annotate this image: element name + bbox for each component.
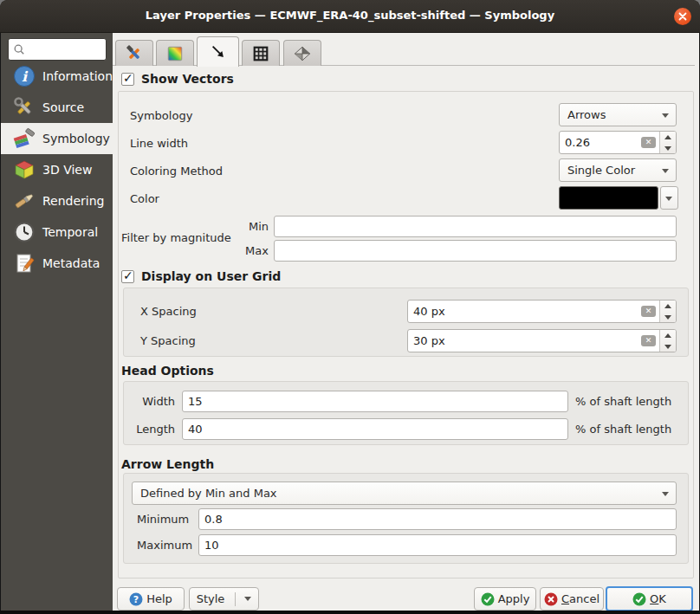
clear-icon[interactable] xyxy=(641,335,656,346)
svg-text:?: ? xyxy=(133,594,139,605)
min-label: Min xyxy=(234,220,269,233)
cancel-button-label: Cancel xyxy=(561,592,600,605)
style-button-separator xyxy=(235,592,236,606)
mesh-frame-icon xyxy=(252,45,269,62)
sidebar-search-input[interactable] xyxy=(25,43,94,55)
ok-button[interactable]: OK xyxy=(606,586,693,611)
filter-by-magnitude-label: Filter by magnitude xyxy=(121,231,231,244)
arrow-length-method-value: Defined by Min and Max xyxy=(140,487,277,500)
style-button-label: Style xyxy=(197,592,225,605)
arrow-min-input[interactable] xyxy=(198,508,677,530)
color-swatch[interactable] xyxy=(559,186,658,210)
tab-general-settings[interactable] xyxy=(115,40,153,66)
cancel-button[interactable]: Cancel xyxy=(540,587,604,611)
spin-up-icon[interactable] xyxy=(660,301,676,312)
spin-up-icon[interactable] xyxy=(660,132,676,143)
symbology-dropdown[interactable]: Arrows xyxy=(559,103,677,126)
head-length-label: Length xyxy=(130,423,175,436)
source-icon xyxy=(13,96,36,119)
color-widget xyxy=(559,186,678,210)
head-options-title: Head Options xyxy=(121,364,214,378)
y-spacing-input[interactable] xyxy=(408,330,641,352)
rendering-icon xyxy=(13,190,36,212)
sidebar-item-label: Temporal xyxy=(42,225,98,239)
chevron-down-icon xyxy=(244,597,251,601)
coloring-method-dropdown[interactable]: Single Color xyxy=(559,158,677,182)
head-length-input[interactable] xyxy=(182,418,568,440)
info-icon: i xyxy=(13,65,36,87)
arrow-length-title: Arrow Length xyxy=(121,457,214,471)
sidebar-item-temporal[interactable]: Temporal xyxy=(1,217,113,248)
vectors-icon xyxy=(210,43,227,61)
clear-icon[interactable] xyxy=(641,306,656,317)
help-button[interactable]: ? Help xyxy=(117,587,185,611)
tab-contours[interactable] xyxy=(156,40,194,66)
chevron-down-icon xyxy=(662,113,669,118)
user-grid-label: Display on User Grid xyxy=(141,269,281,283)
chevron-down-icon xyxy=(662,169,669,173)
help-icon: ? xyxy=(129,592,143,606)
averaging-icon xyxy=(294,45,311,62)
tab-averaging[interactable] xyxy=(283,40,321,66)
close-icon xyxy=(678,12,687,21)
sidebar-item-symbology[interactable]: Symbology xyxy=(1,123,113,154)
ok-check-icon xyxy=(632,592,646,606)
sidebar: i Information Source Symbology xyxy=(1,33,113,611)
user-grid-checkbox[interactable] xyxy=(121,270,134,283)
symbology-label: Symbology xyxy=(130,109,192,122)
tab-mesh-frame[interactable] xyxy=(242,40,280,66)
sidebar-item-rendering[interactable]: Rendering xyxy=(1,185,113,217)
x-spacing-spinner xyxy=(659,301,676,322)
tab-vectors[interactable] xyxy=(197,36,239,67)
metadata-icon xyxy=(13,252,36,275)
spin-down-icon[interactable] xyxy=(660,143,676,154)
window-bottom-border xyxy=(0,611,700,614)
arrow-length-method-dropdown[interactable]: Defined by Min and Max xyxy=(132,482,677,505)
apply-button[interactable]: Apply xyxy=(474,587,536,611)
sidebar-item-metadata[interactable]: Metadata xyxy=(1,248,113,279)
titlebar: Layer Properties — ECMWF_ERA-40_subset-s… xyxy=(0,0,700,33)
x-spacing-label: X Spacing xyxy=(140,305,197,318)
y-spacing-spinner xyxy=(659,330,676,352)
color-dropdown-button[interactable] xyxy=(660,186,678,210)
spin-down-icon[interactable] xyxy=(660,312,676,323)
arrow-max-input[interactable] xyxy=(198,534,677,556)
sidebar-item-3d-view[interactable]: 3D View xyxy=(1,154,113,185)
y-spacing-label: Y Spacing xyxy=(140,334,196,347)
arrow-min-label: Minimum xyxy=(137,513,189,526)
show-vectors-checkbox[interactable] xyxy=(121,73,134,86)
sidebar-item-label: Metadata xyxy=(42,256,100,270)
ok-button-label: OK xyxy=(650,592,666,605)
filter-min-input[interactable] xyxy=(274,216,677,237)
y-spacing-spinbox xyxy=(407,329,677,352)
head-width-suffix: % of shaft length xyxy=(575,395,671,408)
sidebar-item-source[interactable]: Source xyxy=(1,92,113,123)
line-width-spinbox xyxy=(559,131,677,154)
symbology-value: Arrows xyxy=(567,108,606,121)
arrow-max-label: Maximum xyxy=(137,539,192,552)
x-spacing-spinbox xyxy=(407,300,677,323)
line-width-input[interactable] xyxy=(560,132,641,153)
temporal-icon xyxy=(13,221,36,243)
line-width-spinner xyxy=(659,132,676,153)
style-button[interactable]: Style xyxy=(189,587,259,611)
sidebar-item-information[interactable]: i Information xyxy=(1,61,113,92)
symbology-icon xyxy=(13,127,36,150)
chevron-down-icon xyxy=(662,492,669,496)
sidebar-search[interactable] xyxy=(8,38,107,61)
head-width-input[interactable] xyxy=(182,391,568,412)
spin-up-icon[interactable] xyxy=(660,330,676,341)
show-vectors-label: Show Vectors xyxy=(141,72,234,86)
filter-max-input[interactable] xyxy=(274,240,677,262)
color-label: Color xyxy=(130,192,159,205)
x-spacing-input[interactable] xyxy=(408,301,641,322)
close-button[interactable] xyxy=(674,8,691,25)
sidebar-item-label: Symbology xyxy=(42,132,110,145)
spin-down-icon[interactable] xyxy=(660,341,676,352)
window-title: Layer Properties — ECMWF_ERA-40_subset-s… xyxy=(0,9,700,22)
layer-properties-dialog: Layer Properties — ECMWF_ERA-40_subset-s… xyxy=(0,0,700,614)
coloring-method-label: Coloring Method xyxy=(130,165,223,178)
3d-view-icon xyxy=(13,158,36,181)
sidebar-item-label: 3D View xyxy=(42,163,92,177)
clear-icon[interactable] xyxy=(641,137,656,148)
